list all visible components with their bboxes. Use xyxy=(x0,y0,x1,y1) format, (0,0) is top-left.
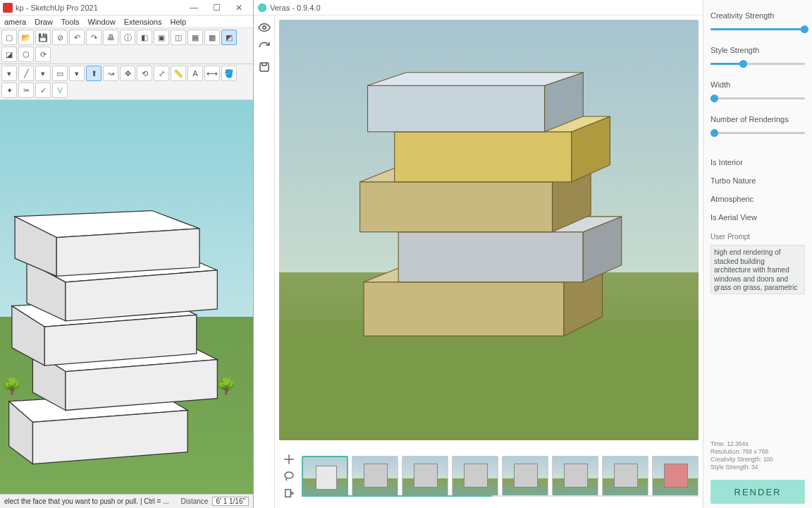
render-preview[interactable] xyxy=(279,20,699,440)
svg-rect-16 xyxy=(260,63,269,71)
sketchup-titlebar: kp - SketchUp Pro 2021 — ☐ ✕ xyxy=(0,0,253,16)
veras-window: Veras - 0.9.4.0 xyxy=(254,0,812,508)
menu-item[interactable]: Help xyxy=(170,18,186,26)
paint-icon[interactable]: 🪣 xyxy=(221,66,237,81)
svg-rect-30 xyxy=(368,85,545,132)
thumbnail[interactable] xyxy=(552,456,598,497)
extension-icon[interactable]: ⬡ xyxy=(18,47,34,62)
save-icon[interactable]: 💾 xyxy=(35,30,51,45)
status-hint: elect the face that you want to push or … xyxy=(4,497,169,505)
rotate-icon[interactable]: ⟲ xyxy=(137,66,152,81)
line-icon[interactable]: ╱ xyxy=(18,66,34,81)
redo-icon[interactable]: ↷ xyxy=(86,30,102,45)
atmospheric-toggle[interactable]: Atmospheric xyxy=(710,192,805,206)
style-icon[interactable]: ◪ xyxy=(1,47,17,62)
svg-rect-17 xyxy=(279,320,699,440)
stat-creativity: Creativity Strength: 100 xyxy=(710,456,805,464)
thumbnail[interactable] xyxy=(402,456,448,497)
hidden-icon[interactable]: ◫ xyxy=(171,30,186,45)
sketchup-logo-icon xyxy=(3,3,13,13)
text-icon[interactable]: A xyxy=(187,66,203,81)
monochrome-icon[interactable]: ◩ xyxy=(221,30,237,45)
veras-icon[interactable]: V xyxy=(52,83,68,98)
section-icon[interactable]: ✂ xyxy=(18,83,34,98)
wire-icon[interactable]: ▣ xyxy=(154,30,169,45)
veras-settings-panel: Creativity Strength Style Strength Width… xyxy=(703,0,812,508)
print-icon[interactable]: 🖶 xyxy=(103,30,118,45)
thumbnail[interactable] xyxy=(302,456,348,497)
menu-item[interactable]: Tools xyxy=(61,18,80,26)
rendered-building xyxy=(279,20,699,440)
menu-item[interactable]: Window xyxy=(88,18,116,26)
info-icon[interactable]: ⓘ xyxy=(120,30,135,45)
svg-rect-21 xyxy=(398,232,583,282)
material-icon[interactable]: ▾ xyxy=(69,66,85,81)
distance-value[interactable]: 6' 1 1/16" xyxy=(212,497,249,506)
undo-icon[interactable]: ↶ xyxy=(69,30,85,45)
render-button[interactable]: RENDER xyxy=(710,480,805,504)
distance-label: Distance xyxy=(180,497,208,505)
refresh-icon[interactable] xyxy=(258,41,271,54)
veras-center: Veras - 0.9.4.0 xyxy=(254,0,703,508)
pushpull-icon[interactable]: ⬆ xyxy=(86,66,102,81)
user-prompt-input[interactable]: high end rendering of stacked building a… xyxy=(710,245,805,294)
renderings-slider[interactable] xyxy=(710,132,805,134)
iso-icon[interactable]: ◧ xyxy=(137,30,152,45)
shaded-icon[interactable]: ▦ xyxy=(187,30,203,45)
select-icon[interactable]: ▾ xyxy=(1,66,17,81)
thumbnail-strip xyxy=(302,456,699,497)
thumbnail[interactable] xyxy=(452,456,498,497)
stat-time: Time: 12.364s xyxy=(710,440,805,448)
open-icon[interactable]: 📂 xyxy=(18,30,34,45)
eye-icon[interactable] xyxy=(258,21,271,34)
axes-icon[interactable]: ✦ xyxy=(1,83,17,98)
sketchup-statusbar: elect the face that you want to push or … xyxy=(0,494,253,508)
sketchup-toolbar-2: ▾ ╱ ▾ ▭ ▾ ⬆ ↝ ✥ ⟲ ⤢ 📏 A ⟷ 🪣 ✦ ✂ ✓ V xyxy=(0,64,253,100)
veras-sidebar xyxy=(254,16,275,508)
maximize-button[interactable]: ☐ xyxy=(205,3,228,13)
turbo-nature-toggle[interactable]: Turbo Nature xyxy=(710,174,805,188)
width-slider[interactable] xyxy=(710,97,805,99)
rect-icon[interactable]: ▭ xyxy=(52,66,68,81)
svg-rect-24 xyxy=(360,182,553,232)
tape-icon[interactable]: 📏 xyxy=(171,66,186,81)
crosshair-icon[interactable] xyxy=(283,453,295,466)
minimize-button[interactable]: — xyxy=(183,3,205,13)
check-icon[interactable]: ✓ xyxy=(35,83,51,98)
lasso-icon[interactable] xyxy=(283,470,295,483)
thumbnail[interactable] xyxy=(652,456,699,497)
move-icon[interactable]: ✥ xyxy=(120,66,135,81)
veras-title: Veras - 0.9.4.0 xyxy=(270,4,321,12)
thumbnail[interactable] xyxy=(502,456,548,497)
orbit-icon[interactable]: ⟳ xyxy=(35,47,51,62)
follow-icon[interactable]: ↝ xyxy=(103,66,118,81)
dim-icon[interactable]: ⟷ xyxy=(204,66,220,81)
svg-rect-27 xyxy=(395,132,572,182)
save-render-icon[interactable] xyxy=(258,61,271,73)
arc-icon[interactable]: ▾ xyxy=(35,66,51,81)
creativity-slider[interactable] xyxy=(710,28,805,30)
menu-item[interactable]: Draw xyxy=(35,18,53,26)
sketchup-window: kp - SketchUp Pro 2021 — ☐ ✕ amera Draw … xyxy=(0,0,254,508)
svg-rect-18 xyxy=(364,282,564,336)
thumb-scrollbar[interactable] xyxy=(302,495,699,497)
is-interior-toggle[interactable]: Is Interior xyxy=(710,155,805,169)
menu-item[interactable]: Extensions xyxy=(124,18,162,26)
sketchup-viewport[interactable]: 🌳 🌳 xyxy=(0,100,253,494)
cancel-icon[interactable]: ⊘ xyxy=(52,30,68,45)
menu-item[interactable]: amera xyxy=(4,18,26,26)
style-slider[interactable] xyxy=(710,63,805,65)
new-icon[interactable]: ▢ xyxy=(1,30,17,45)
thumbnail[interactable] xyxy=(352,456,398,497)
stat-resolution: Resolution: 768 x 768 xyxy=(710,448,805,456)
texture-icon[interactable]: ▩ xyxy=(204,30,220,45)
render-stats: Time: 12.364s Resolution: 768 x 768 Crea… xyxy=(710,440,805,471)
renderings-label: Number of Renderings xyxy=(710,115,805,123)
is-aerial-toggle[interactable]: Is Aerial View xyxy=(710,210,805,224)
close-button[interactable]: ✕ xyxy=(228,3,250,13)
thumbnail[interactable] xyxy=(602,456,648,497)
scale-icon[interactable]: ⤢ xyxy=(154,66,169,81)
export-icon[interactable] xyxy=(283,487,295,500)
svg-point-33 xyxy=(285,472,293,478)
sketchup-toolbar-1: ▢ 📂 💾 ⊘ ↶ ↷ 🖶 ⓘ ◧ ▣ ◫ ▦ ▩ ◩ ◪ ⬡ ⟳ xyxy=(0,28,253,64)
